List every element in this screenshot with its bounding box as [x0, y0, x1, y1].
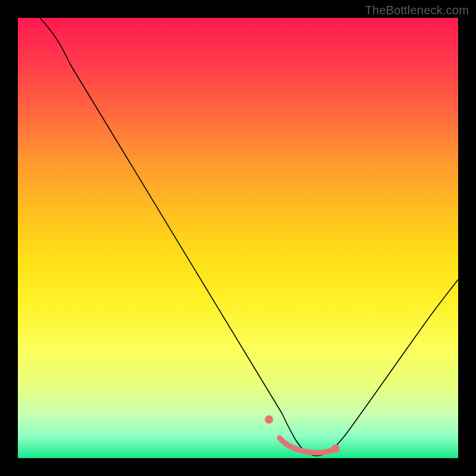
highlight-dot-left [265, 415, 273, 424]
bottleneck-curve [18, 18, 458, 458]
highlight-dot-right [331, 444, 340, 453]
curve-path [40, 18, 458, 456]
highlight-flat-segment [280, 438, 336, 453]
plot-area [18, 18, 458, 458]
chart-frame: TheBottleneck.com [0, 0, 476, 476]
watermark-label: TheBottleneck.com [365, 4, 469, 17]
